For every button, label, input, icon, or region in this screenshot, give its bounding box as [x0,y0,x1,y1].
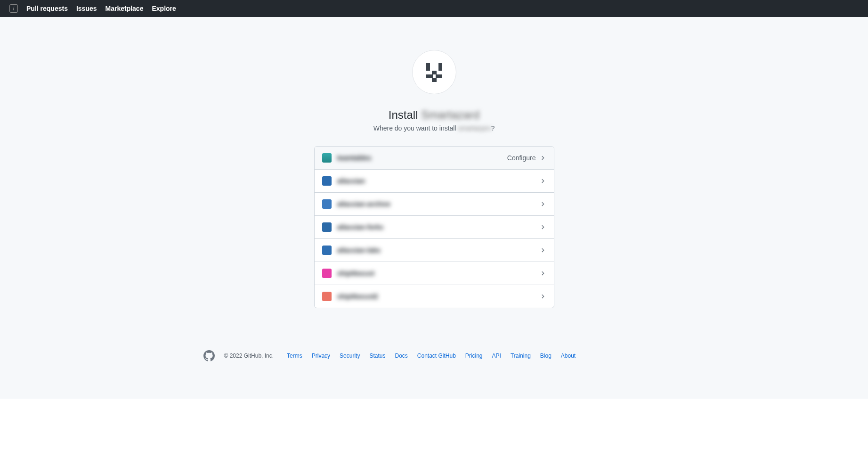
app-identicon-icon [422,60,446,84]
chevron-right-icon [540,155,546,161]
copyright: © 2022 GitHub, Inc. [224,352,274,359]
chevron-right-icon [540,270,546,277]
footer-about[interactable]: About [561,352,576,359]
footer-privacy[interactable]: Privacy [312,352,330,359]
footer-pricing[interactable]: Pricing [465,352,483,359]
org-row-configured[interactable]: teamtables Configure [315,147,554,170]
install-app-name: Smartazard [421,108,479,121]
page-title: Install Smartazard [314,108,554,122]
nav-pull-requests[interactable]: Pull requests [26,5,68,12]
page-subtitle: Where do you want to install smartazpro? [314,124,554,132]
org-name: atlassian [337,177,540,185]
below-fold-blank [0,399,868,475]
footer-docs[interactable]: Docs [395,352,407,359]
configure-label: Configure [507,154,536,162]
org-name: atlassian-labs [337,246,540,254]
org-row[interactable]: shipittocust2 [315,285,554,308]
install-sub-prefix: Where do you want to install [373,124,458,132]
site-footer: © 2022 GitHub, Inc. Terms Privacy Securi… [203,332,665,385]
org-name: atlassian-forks [337,223,540,231]
chevron-right-icon [540,247,546,254]
install-sub-suffix: ? [491,124,495,132]
nav-explore[interactable]: Explore [152,5,176,12]
org-list: teamtables Configure atlassian atlassian… [314,146,554,308]
app-avatar [412,50,456,94]
org-name: shipittocust2 [337,293,540,300]
org-row[interactable]: atlassian-forks [315,216,554,239]
footer-links: Terms Privacy Security Status Docs Conta… [287,352,576,359]
footer-terms[interactable]: Terms [287,352,302,359]
chevron-right-icon [540,201,546,207]
org-avatar-icon [322,176,332,186]
top-nav: / Pull requests Issues Marketplace Explo… [0,0,868,17]
footer-contact[interactable]: Contact GitHub [417,352,456,359]
org-avatar-icon [322,269,332,278]
svg-rect-0 [426,63,430,71]
footer-blog[interactable]: Blog [540,352,552,359]
chevron-right-icon [540,293,546,300]
org-name: shipittocust [337,270,540,277]
svg-rect-3 [426,74,433,78]
svg-rect-5 [432,78,437,82]
org-row[interactable]: atlassian-archive [315,193,554,216]
org-row[interactable]: atlassian [315,170,554,193]
page-body: Install Smartazard Where do you want to … [0,17,868,399]
org-avatar-icon [322,153,332,163]
svg-rect-2 [432,71,437,74]
org-row[interactable]: atlassian-labs [315,239,554,262]
logo-mark-icon[interactable]: / [9,4,18,13]
footer-status[interactable]: Status [369,352,385,359]
chevron-right-icon [540,178,546,184]
github-mark-icon[interactable] [203,350,215,361]
org-avatar-icon [322,222,332,232]
svg-rect-1 [438,63,442,71]
org-name: atlassian-archive [337,200,540,208]
footer-security[interactable]: Security [340,352,360,359]
install-sub-app: smartazpro [458,124,491,132]
footer-training[interactable]: Training [511,352,531,359]
chevron-right-icon [540,224,546,230]
svg-rect-4 [436,74,442,78]
org-row[interactable]: shipittocust [315,262,554,285]
footer-api[interactable]: API [492,352,501,359]
org-avatar-icon [322,292,332,301]
org-avatar-icon [322,199,332,209]
nav-marketplace[interactable]: Marketplace [105,5,144,12]
org-avatar-icon [322,246,332,255]
org-name: teamtables [337,154,507,162]
nav-issues[interactable]: Issues [76,5,97,12]
install-prefix: Install [389,108,421,121]
